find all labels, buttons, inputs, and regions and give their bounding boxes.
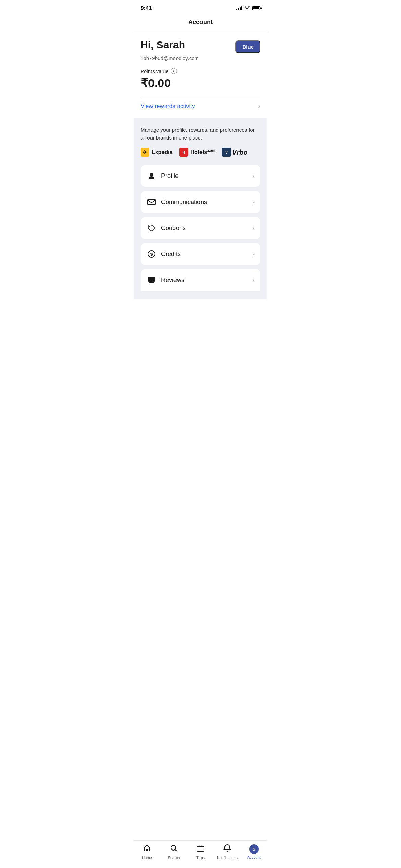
- menu-label-coupons: Coupons: [161, 225, 186, 232]
- brand-expedia: ✈ Expedia: [141, 148, 172, 157]
- menu-label-communications: Communications: [161, 198, 207, 206]
- brand-hotels: H Hotels.com: [179, 148, 215, 157]
- menu-item-credits[interactable]: $ Credits ›: [141, 243, 260, 265]
- vrbo-brand-name: Vrbo: [232, 148, 248, 156]
- svg-rect-5: [148, 277, 155, 282]
- hotels-logo-icon: H: [179, 148, 188, 157]
- svg-rect-1: [148, 199, 155, 205]
- hotels-brand-name: Hotels.com: [190, 149, 215, 155]
- menu-label-reviews: Reviews: [161, 277, 184, 284]
- svg-point-0: [150, 173, 153, 176]
- reviews-icon: [147, 275, 156, 285]
- svg-point-2: [149, 226, 150, 227]
- menu-label-profile: Profile: [161, 172, 179, 180]
- page-title: Account: [188, 19, 213, 25]
- menu-item-coupons[interactable]: Coupons ›: [141, 217, 260, 239]
- page-header: Account: [134, 14, 267, 31]
- chevron-profile-icon: ›: [252, 172, 254, 180]
- account-section: Hi, Sarah Blue 1bb79b6d@moodjoy.com Poin…: [134, 31, 267, 118]
- wifi-icon: [244, 5, 250, 11]
- chevron-right-icon: ›: [258, 103, 260, 110]
- info-icon[interactable]: i: [171, 68, 177, 74]
- envelope-icon: [147, 197, 156, 207]
- svg-text:$: $: [150, 252, 153, 257]
- menu-item-communications[interactable]: Communications ›: [141, 191, 260, 213]
- manage-section: Manage your profile, rewards, and prefer…: [134, 118, 267, 299]
- person-icon: [147, 171, 156, 181]
- chevron-reviews-icon: ›: [252, 277, 254, 284]
- menu-item-profile[interactable]: Profile ›: [141, 165, 260, 187]
- manage-text: Manage your profile, rewards, and prefer…: [141, 126, 260, 142]
- signal-icon: [236, 6, 242, 10]
- points-label: Points value i: [141, 68, 260, 74]
- status-time: 9:41: [141, 5, 152, 12]
- status-bar: 9:41: [134, 0, 267, 14]
- expedia-logo-icon: ✈: [141, 148, 149, 157]
- rewards-activity-link[interactable]: View rewards activity ›: [141, 97, 260, 111]
- tier-badge[interactable]: Blue: [235, 40, 260, 53]
- dollar-icon: $: [147, 249, 156, 259]
- brand-vrbo: V Vrbo: [222, 148, 248, 157]
- tag-icon: [147, 223, 156, 233]
- user-row: Hi, Sarah Blue: [141, 39, 260, 53]
- user-greeting: Hi, Sarah: [141, 39, 185, 51]
- chevron-credits-icon: ›: [252, 251, 254, 258]
- rewards-link-text: View rewards activity: [141, 103, 195, 110]
- status-icons: [236, 5, 260, 11]
- points-value: ₹0.00: [141, 76, 260, 90]
- battery-icon: [252, 6, 260, 10]
- chevron-communications-icon: ›: [252, 198, 254, 206]
- menu-label-credits: Credits: [161, 251, 181, 258]
- user-email: 1bb79b6d@moodjoy.com: [141, 55, 260, 61]
- brands-row: ✈ Expedia H Hotels.com V Vrbo: [141, 148, 260, 157]
- menu-item-reviews[interactable]: Reviews ›: [141, 269, 260, 291]
- chevron-coupons-icon: ›: [252, 225, 254, 232]
- expedia-brand-name: Expedia: [151, 149, 172, 155]
- vrbo-logo-icon: V: [222, 148, 231, 157]
